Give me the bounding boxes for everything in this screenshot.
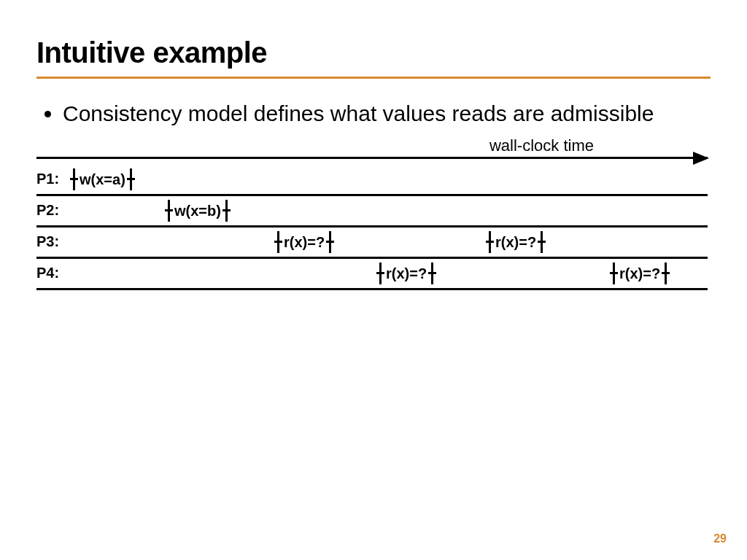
process-label-p3: P3: (36, 233, 59, 250)
tick-icon (73, 168, 75, 190)
op-text: r(x)=? (615, 265, 665, 282)
process-label-p1: P1: (36, 171, 59, 187)
tick-icon (665, 262, 667, 284)
op-text: w(x=b) (170, 203, 225, 219)
body-list: Consistency model defines what values re… (36, 99, 711, 128)
row-p4: P4: r(x)=? r(x)=? (36, 259, 708, 290)
row-p1: P1: w(x=a) (36, 165, 708, 196)
op-p3-1: r(x)=? (489, 230, 543, 254)
time-axis-arrow (36, 157, 708, 159)
op-text: r(x)=? (279, 234, 329, 251)
op-p4-0: r(x)=? (379, 262, 433, 285)
page-number: 29 (713, 532, 727, 545)
tick-icon (130, 168, 132, 190)
op-p3-0: r(x)=? (277, 230, 331, 254)
op-p4-1: r(x)=? (613, 262, 667, 285)
op-text: w(x=a) (75, 171, 130, 188)
slide-title: Intuitive example (36, 36, 711, 69)
tick-icon (329, 231, 331, 253)
process-label-p4: P4: (36, 265, 59, 281)
tick-icon (489, 231, 491, 253)
row-p3: P3: r(x)=? r(x)=? (36, 228, 708, 259)
tick-icon (225, 200, 228, 222)
tick-icon (431, 262, 433, 284)
slide: Intuitive example Consistency model defi… (0, 0, 747, 560)
row-p2: P2: w(x=b) (36, 196, 708, 228)
title-rule (36, 77, 711, 79)
tick-icon (277, 231, 279, 253)
op-text: r(x)=? (491, 234, 541, 251)
timeline-diagram: wall-clock time P1: w(x=a) P2: w(x=b) P3… (36, 157, 711, 290)
tick-icon (379, 262, 382, 284)
clock-label: wall-clock time (489, 136, 594, 155)
tick-icon (613, 262, 615, 284)
op-p1-0: w(x=a) (73, 168, 132, 191)
tick-icon (541, 231, 543, 253)
op-text: r(x)=? (382, 265, 431, 282)
bullet-1: Consistency model defines what values re… (63, 99, 711, 128)
op-p2-0: w(x=b) (168, 199, 228, 222)
tick-icon (168, 200, 170, 222)
process-label-p2: P2: (36, 202, 59, 219)
